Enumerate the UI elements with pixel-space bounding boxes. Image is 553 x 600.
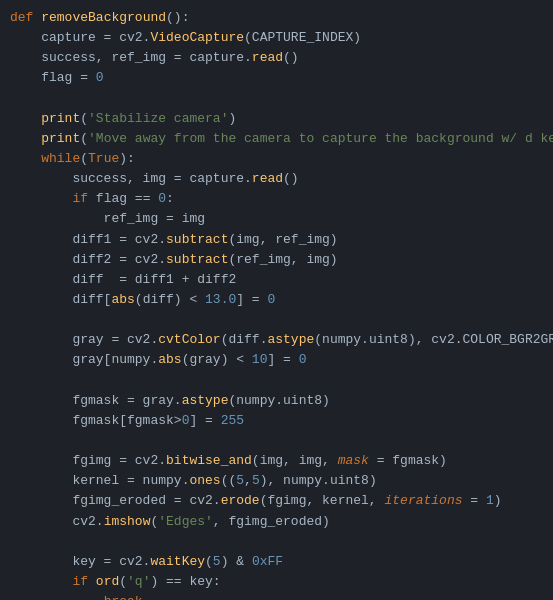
line-26: cv2.imshow('Edges', fgimg_eroded) [10,512,543,532]
line-28: key = cv2.waitKey(5) & 0xFF [10,552,543,572]
code-editor: def removeBackground(): capture = cv2.Vi… [0,0,553,600]
line-6: print('Stabilize camera') [10,109,543,129]
line-1: def removeBackground(): [10,8,543,28]
line-13: diff2 = cv2.subtract(ref_img, img) [10,250,543,270]
line-9: success, img = capture.read() [10,169,543,189]
line-10: if flag == 0: [10,189,543,209]
line-5 [10,89,543,109]
line-20: fgmask = gray.astype(numpy.uint8) [10,391,543,411]
line-11: ref_img = img [10,209,543,229]
line-7: print('Move away from the camera to capt… [10,129,543,149]
line-18: gray[numpy.abs(gray) < 10] = 0 [10,350,543,370]
line-24: kernel = numpy.ones((5,5), numpy.uint8) [10,471,543,491]
line-22 [10,431,543,451]
line-30: break [10,592,543,600]
line-19 [10,371,543,391]
line-4: flag = 0 [10,68,543,88]
line-2: capture = cv2.VideoCapture(CAPTURE_INDEX… [10,28,543,48]
line-27 [10,532,543,552]
line-29: if ord('q') == key: [10,572,543,592]
line-25: fgimg_eroded = cv2.erode(fgimg, kernel, … [10,491,543,511]
line-14: diff = diff1 + diff2 [10,270,543,290]
line-3: success, ref_img = capture.read() [10,48,543,68]
line-12: diff1 = cv2.subtract(img, ref_img) [10,230,543,250]
line-21: fgmask[fgmask>0] = 255 [10,411,543,431]
line-16 [10,310,543,330]
line-15: diff[abs(diff) < 13.0] = 0 [10,290,543,310]
line-23: fgimg = cv2.bitwise_and(img, img, mask =… [10,451,543,471]
line-8: while(True): [10,149,543,169]
line-17: gray = cv2.cvtColor(diff.astype(numpy.ui… [10,330,543,350]
